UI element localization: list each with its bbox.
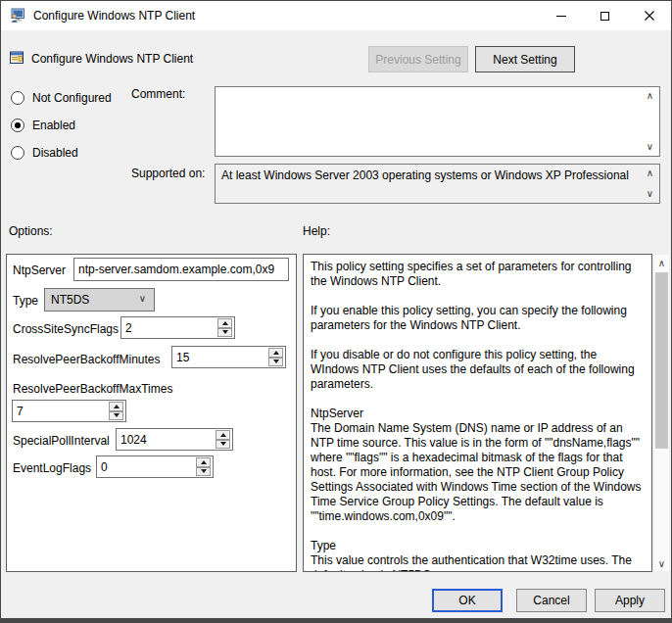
spin-up-button[interactable] — [196, 457, 211, 467]
comment-scroll-up-icon[interactable]: ∧ — [643, 89, 657, 103]
scroll-up-icon[interactable]: ∧ — [654, 255, 669, 270]
resolvepeerbackoffminutes-label: ResolvePeerBackoffMinutes — [13, 353, 161, 366]
comment-label: Comment: — [131, 87, 185, 101]
supported-on-box: At least Windows Server 2003 operating s… — [215, 164, 660, 204]
supported-scroll-down-icon[interactable]: ∨ — [643, 187, 657, 201]
spin-up-icon — [222, 321, 228, 325]
type-dropdown-value: NT5DS — [51, 293, 89, 307]
title-bar[interactable]: Configure Windows NTP Client — [1, 1, 671, 30]
spin-up-button[interactable] — [109, 402, 123, 411]
spin-up-icon — [220, 433, 226, 437]
close-button[interactable] — [627, 1, 671, 30]
options-section-label: Options: — [9, 224, 53, 238]
spin-down-icon — [201, 469, 207, 473]
spin-down-button[interactable] — [217, 328, 232, 338]
next-setting-button[interactable]: Next Setting — [475, 46, 575, 72]
help-text-box[interactable]: This policy setting specifies a set of p… — [303, 254, 652, 572]
radio-enabled-label: Enabled — [32, 119, 75, 132]
supported-on-value: At least Windows Server 2003 operating s… — [221, 168, 629, 182]
policy-setting-icon — [9, 50, 24, 66]
group-policy-app-icon — [10, 8, 25, 24]
radio-disabled-circle[interactable] — [11, 146, 24, 160]
eventlogflags-spinner — [196, 456, 212, 477]
policy-setting-title: Configure Windows NTP Client — [31, 52, 193, 66]
help-paragraph: If you enable this policy setting, you c… — [311, 304, 646, 333]
dialog-configure-windows-ntp-client: Configure Windows NTP Client Configure W… — [0, 0, 672, 623]
spin-up-icon — [273, 351, 279, 355]
spin-up-button[interactable] — [216, 430, 230, 440]
spin-up-button[interactable] — [217, 318, 232, 328]
ok-button[interactable]: OK — [432, 589, 503, 612]
previous-setting-button[interactable]: Previous Setting — [368, 46, 468, 72]
spin-down-button[interactable] — [196, 467, 211, 477]
spin-down-button[interactable] — [268, 358, 283, 367]
radio-disabled[interactable]: Disabled — [11, 146, 78, 160]
resolvepeerbackoffmaxtimes-label: ResolvePeerBackoffMaxTimes — [13, 382, 172, 396]
scrollbar-thumb[interactable] — [655, 272, 668, 449]
spin-up-icon — [201, 460, 207, 464]
radio-enabled-circle[interactable] — [11, 119, 24, 132]
maximize-icon — [600, 12, 609, 21]
supported-on-label: Supported on: — [131, 167, 205, 180]
window-controls — [539, 1, 671, 30]
spin-down-icon — [114, 413, 120, 417]
crosssitesyncflags-spinner — [217, 317, 233, 338]
radio-not-configured-circle[interactable] — [11, 91, 24, 105]
comment-input[interactable]: ∧ ∨ — [215, 86, 660, 157]
window-title: Configure Windows NTP Client — [33, 9, 195, 23]
minimize-icon — [556, 16, 566, 17]
spin-down-button[interactable] — [216, 440, 230, 450]
help-section-label: Help: — [303, 224, 330, 238]
spin-down-icon — [220, 442, 226, 446]
cancel-button[interactable]: Cancel — [516, 589, 587, 612]
radio-enabled[interactable]: Enabled — [11, 119, 75, 132]
comment-scroll-down-icon[interactable]: ∨ — [643, 140, 657, 154]
resolvepeerbackoffminutes-spinner — [268, 347, 284, 367]
spin-up-icon — [114, 405, 120, 408]
spin-up-button[interactable] — [268, 348, 283, 358]
type-label: Type — [13, 294, 38, 308]
spin-down-icon — [273, 359, 279, 363]
help-paragraph: This policy setting specifies a set of p… — [311, 260, 646, 289]
ntpserver-label: NtpServer — [13, 264, 66, 277]
radio-not-configured-label: Not Configured — [32, 91, 112, 105]
spin-down-icon — [222, 330, 228, 334]
scroll-down-icon[interactable]: ∨ — [654, 555, 669, 571]
help-paragraph: Type This value controls the authenticat… — [311, 539, 646, 572]
close-icon — [645, 11, 654, 21]
type-dropdown[interactable]: NT5DS ∨ — [44, 288, 155, 312]
help-paragraph: If you disable or do not configure this … — [311, 348, 646, 392]
help-paragraph: NtpServer The Domain Name System (DNS) n… — [311, 407, 646, 524]
ntpserver-input[interactable] — [73, 258, 289, 281]
supported-scroll-up-icon[interactable]: ∧ — [643, 167, 657, 180]
minimize-button[interactable] — [539, 1, 583, 30]
apply-button[interactable]: Apply — [595, 589, 665, 612]
radio-disabled-label: Disabled — [32, 146, 78, 160]
specialpollinterval-label: SpecialPollInterval — [13, 434, 110, 448]
chevron-down-icon: ∨ — [139, 293, 146, 304]
crosssitesyncflags-label: CrossSiteSyncFlags — [13, 322, 119, 336]
help-scrollbar[interactable]: ∧ ∨ — [654, 255, 669, 571]
radio-not-configured[interactable]: Not Configured — [11, 91, 112, 105]
resolvepeerbackoffmaxtimes-spinner — [109, 401, 124, 421]
maximize-button[interactable] — [583, 1, 627, 30]
specialpollinterval-spinner — [216, 429, 231, 450]
spin-down-button[interactable] — [109, 411, 123, 421]
eventlogflags-label: EventLogFlags — [13, 461, 91, 475]
